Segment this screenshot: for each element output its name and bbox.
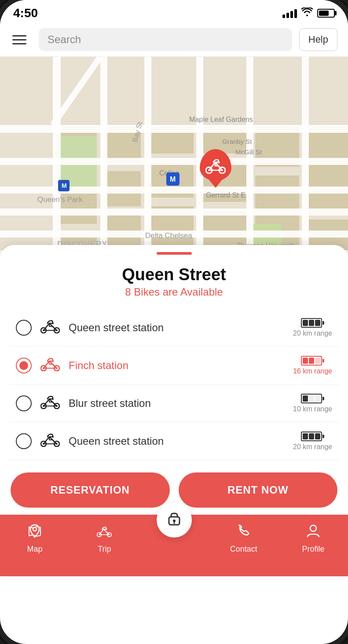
bike-row-selected[interactable]: Finch station 16 km range [9,347,339,384]
menu-line-1 [12,35,26,37]
svg-rect-22 [0,187,348,194]
battery-cell-4: 20 km range [293,432,332,451]
top-bar: Search Help [0,25,348,57]
nav-item-trip[interactable]: Trip [70,520,139,554]
svg-point-121 [310,525,316,531]
bike-row-4[interactable]: Queen street station 20 km range [9,422,339,460]
svg-rect-30 [246,57,253,259]
trip-icon [97,523,112,542]
radio-button-3[interactable] [16,395,32,411]
nav-label-profile: Profile [302,545,324,554]
svg-rect-23 [0,209,348,216]
nav-label-contact: Contact [230,545,257,554]
battery-icon [317,9,335,18]
svg-text:Gerrard St E: Gerrard St E [206,191,245,199]
phone-frame: 4:50 [0,0,348,644]
km-range-1: 20 km range [293,329,332,337]
bike-list: Queen street station 20 km range [0,309,348,460]
help-button[interactable]: Help [299,28,337,51]
search-bar[interactable]: Search [39,28,292,51]
menu-line-2 [12,39,26,40]
contact-icon [236,523,251,542]
km-range-4: 20 km range [293,443,332,451]
svg-rect-20 [0,125,348,133]
bike-name-1: Queen street station [69,322,286,334]
nav-label-trip: Trip [98,545,111,554]
status-time: 4:50 [13,6,38,20]
svg-rect-10 [308,127,348,215]
bike-name-2: Finch station [69,359,286,372]
lock-icon [166,510,182,531]
bike-icon-4 [39,431,62,451]
pin-circle [200,149,231,181]
rent-now-button[interactable]: RENT NOW [179,472,338,508]
svg-text:McGill St: McGill St [235,148,262,156]
bottom-sheet: Queen Street 8 Bikes are Available [0,245,348,576]
bike-name-3: Blur street station [69,397,286,410]
wifi-icon [301,7,313,19]
battery-cell-2: 16 km range [293,356,332,375]
bike-icon-2 [39,355,62,375]
svg-line-114 [104,529,110,534]
radio-button-2[interactable] [16,358,32,373]
svg-text:Queen's Park: Queen's Park [37,195,83,204]
svg-text:Maple Leaf Gardens: Maple Leaf Gardens [189,116,253,123]
bottom-nav: Map Trip [0,515,348,576]
battery-cell-1: 20 km range [293,318,332,337]
km-range-2: 16 km range [293,367,332,375]
search-placeholder: Search [48,33,81,46]
radio-button-1[interactable] [16,320,32,336]
svg-text:M: M [170,176,176,183]
battery-cell-3: 10 km range [293,394,332,413]
sheet-handle-wrap [0,245,348,258]
svg-rect-11 [57,189,97,224]
bike-row-3[interactable]: Blur street station 10 km range [9,384,339,422]
bike-location-pin[interactable] [198,149,233,191]
signal-icon [282,8,297,18]
bike-icon-3 [39,393,62,413]
radio-button-4[interactable] [16,433,32,449]
map-icon [27,523,42,542]
status-icons [282,7,335,19]
map-svg: Maple Leaf Gardens Granby St McGill St B… [0,57,348,259]
station-title: Queen Street [0,265,348,284]
lock-button[interactable] [157,502,192,538]
svg-rect-27 [100,57,107,259]
svg-text:Granby St: Granby St [222,138,252,145]
bike-icon-1 [39,318,62,337]
svg-text:Delta Chelsea: Delta Chelsea [145,231,192,240]
bikes-available: 8 Bikes are Available [0,286,348,298]
km-range-3: 10 km range [293,405,332,413]
svg-rect-21 [0,158,348,165]
svg-rect-26 [53,57,61,259]
svg-text:M: M [62,182,67,189]
reservation-button[interactable]: RESERVATION [11,472,170,508]
svg-rect-31 [302,57,309,259]
status-bar: 4:50 [0,0,348,25]
menu-button[interactable] [11,29,32,50]
bike-icon-pin [205,156,226,174]
menu-line-3 [12,43,26,44]
sheet-handle [157,252,192,255]
bike-row[interactable]: Queen street station 20 km range [9,309,339,347]
nav-item-profile[interactable]: Profile [278,520,348,554]
bike-name-4: Queen street station [69,435,286,447]
nav-item-map[interactable]: Map [0,520,70,554]
profile-icon [306,523,321,542]
map-view[interactable]: Maple Leaf Gardens Granby St McGill St B… [0,57,348,259]
nav-item-contact[interactable]: Contact [209,520,278,554]
nav-label-map: Map [27,545,43,554]
svg-rect-28 [144,57,151,259]
radio-inner-2 [19,361,28,370]
